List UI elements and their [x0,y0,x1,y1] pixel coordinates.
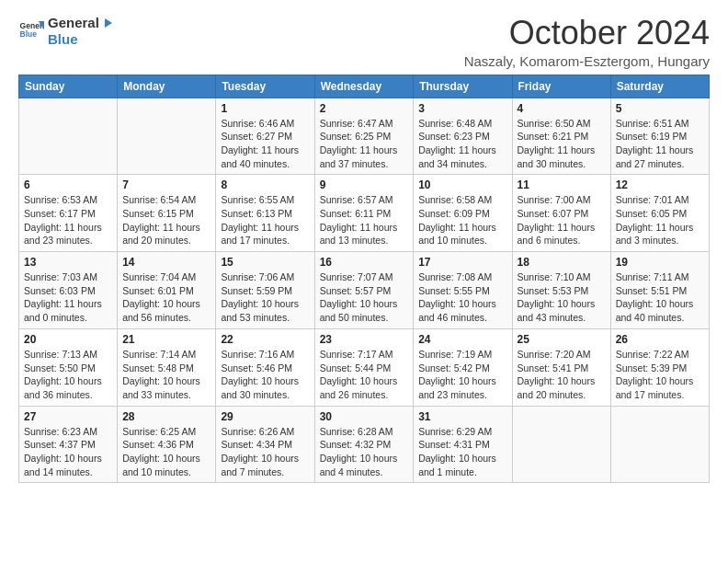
day-number: 10 [418,178,506,191]
header-tuesday: Tuesday [216,75,314,98]
day-detail: Sunrise: 6:23 AMSunset: 4:37 PMDaylight:… [24,425,112,479]
calendar-cell: 18Sunrise: 7:10 AMSunset: 5:53 PMDayligh… [512,252,610,329]
header-friday: Friday [512,75,610,98]
calendar-cell [610,406,709,483]
calendar-table: SundayMondayTuesdayWednesdayThursdayFrid… [18,75,710,484]
week-row-4: 20Sunrise: 7:13 AMSunset: 5:50 PMDayligh… [19,328,710,406]
calendar-cell: 22Sunrise: 7:16 AMSunset: 5:46 PMDayligh… [216,328,314,406]
calendar-cell: 2Sunrise: 6:47 AMSunset: 6:25 PMDaylight… [314,98,414,175]
day-detail: Sunrise: 6:25 AMSunset: 4:36 PMDaylight:… [122,425,210,479]
day-detail: Sunrise: 7:10 AMSunset: 5:53 PMDaylight:… [518,270,606,325]
header-saturday: Saturday [610,75,709,98]
day-detail: Sunrise: 7:01 AMSunset: 6:05 PMDaylight:… [616,193,704,247]
day-detail: Sunrise: 6:47 AMSunset: 6:25 PMDaylight:… [320,117,409,171]
calendar-cell: 7Sunrise: 6:54 AMSunset: 6:15 PMDaylight… [118,175,216,252]
calendar-cell: 13Sunrise: 7:03 AMSunset: 6:03 PMDayligh… [19,252,118,329]
day-detail: Sunrise: 6:28 AMSunset: 4:32 PMDaylight:… [320,425,409,479]
calendar-cell: 28Sunrise: 6:25 AMSunset: 4:36 PMDayligh… [118,406,216,483]
calendar-cell: 11Sunrise: 7:00 AMSunset: 6:07 PMDayligh… [512,175,610,252]
calendar-cell: 21Sunrise: 7:14 AMSunset: 5:48 PMDayligh… [118,328,216,406]
calendar-cell: 16Sunrise: 7:07 AMSunset: 5:57 PMDayligh… [314,252,414,329]
day-detail: Sunrise: 6:46 AMSunset: 6:27 PMDaylight:… [221,117,309,171]
calendar-cell: 1Sunrise: 6:46 AMSunset: 6:27 PMDaylight… [216,98,314,175]
page-header: General Blue General Blue October 2024 N… [18,15,710,69]
header-thursday: Thursday [414,75,512,98]
day-detail: Sunrise: 7:20 AMSunset: 5:41 PMDaylight:… [518,348,606,402]
day-number: 21 [122,333,210,346]
logo-chevron-icon [101,17,114,29]
day-number: 9 [320,178,409,191]
day-number: 5 [616,102,704,115]
day-detail: Sunrise: 6:26 AMSunset: 4:34 PMDaylight:… [221,425,309,479]
location: Naszaly, Komarom-Esztergom, Hungary [464,53,710,69]
calendar-cell: 15Sunrise: 7:06 AMSunset: 5:59 PMDayligh… [216,252,314,329]
svg-text:Blue: Blue [20,29,38,39]
day-number: 2 [320,102,409,115]
logo-icon: General Blue [18,18,44,44]
calendar-cell: 24Sunrise: 7:19 AMSunset: 5:42 PMDayligh… [414,328,512,406]
calendar-header-row: SundayMondayTuesdayWednesdayThursdayFrid… [19,75,710,98]
day-number: 28 [122,410,210,423]
day-detail: Sunrise: 7:00 AMSunset: 6:07 PMDaylight:… [518,193,606,247]
day-number: 29 [221,410,309,423]
calendar-cell: 31Sunrise: 6:29 AMSunset: 4:31 PMDayligh… [414,406,512,483]
day-number: 6 [24,178,112,191]
calendar-cell: 3Sunrise: 6:48 AMSunset: 6:23 PMDaylight… [414,98,512,175]
day-detail: Sunrise: 6:58 AMSunset: 6:09 PMDaylight:… [418,193,506,247]
calendar-cell: 14Sunrise: 7:04 AMSunset: 6:01 PMDayligh… [118,252,216,329]
day-detail: Sunrise: 7:14 AMSunset: 5:48 PMDaylight:… [122,348,210,402]
month-title: October 2024 [464,15,710,52]
day-number: 7 [122,178,210,191]
day-number: 24 [418,333,506,346]
calendar-cell: 8Sunrise: 6:55 AMSunset: 6:13 PMDaylight… [216,175,314,252]
week-row-1: 1Sunrise: 6:46 AMSunset: 6:27 PMDaylight… [19,98,710,175]
day-detail: Sunrise: 6:54 AMSunset: 6:15 PMDaylight:… [122,193,210,247]
day-number: 26 [616,333,704,346]
logo-blue: Blue [48,31,114,48]
day-number: 14 [122,256,210,269]
day-number: 22 [221,333,309,346]
day-detail: Sunrise: 7:16 AMSunset: 5:46 PMDaylight:… [221,348,309,402]
calendar-cell: 29Sunrise: 6:26 AMSunset: 4:34 PMDayligh… [216,406,314,483]
logo-general: General [48,15,99,31]
day-number: 31 [418,410,506,423]
calendar-cell: 23Sunrise: 7:17 AMSunset: 5:44 PMDayligh… [314,328,414,406]
logo: General Blue General Blue [18,15,114,48]
week-row-5: 27Sunrise: 6:23 AMSunset: 4:37 PMDayligh… [19,406,710,483]
calendar-cell: 6Sunrise: 6:53 AMSunset: 6:17 PMDaylight… [19,175,118,252]
day-detail: Sunrise: 7:19 AMSunset: 5:42 PMDaylight:… [418,348,506,402]
day-number: 19 [616,256,704,269]
day-number: 12 [616,178,704,191]
calendar-cell: 30Sunrise: 6:28 AMSunset: 4:32 PMDayligh… [314,406,414,483]
day-number: 20 [24,333,112,346]
week-row-3: 13Sunrise: 7:03 AMSunset: 6:03 PMDayligh… [19,252,710,329]
day-number: 4 [518,102,606,115]
day-number: 16 [320,256,409,269]
day-number: 13 [24,256,112,269]
day-number: 15 [221,256,309,269]
calendar-cell: 12Sunrise: 7:01 AMSunset: 6:05 PMDayligh… [610,175,709,252]
day-number: 27 [24,410,112,423]
calendar-cell: 5Sunrise: 6:51 AMSunset: 6:19 PMDaylight… [610,98,709,175]
day-detail: Sunrise: 7:17 AMSunset: 5:44 PMDaylight:… [320,348,409,402]
calendar-cell: 4Sunrise: 6:50 AMSunset: 6:21 PMDaylight… [512,98,610,175]
calendar-cell: 17Sunrise: 7:08 AMSunset: 5:55 PMDayligh… [414,252,512,329]
svg-marker-4 [105,18,112,28]
day-detail: Sunrise: 7:04 AMSunset: 6:01 PMDaylight:… [122,270,210,325]
calendar-cell [118,98,216,175]
calendar-cell: 25Sunrise: 7:20 AMSunset: 5:41 PMDayligh… [512,328,610,406]
day-detail: Sunrise: 6:29 AMSunset: 4:31 PMDaylight:… [418,425,506,479]
day-detail: Sunrise: 6:57 AMSunset: 6:11 PMDaylight:… [320,193,409,247]
day-detail: Sunrise: 6:51 AMSunset: 6:19 PMDaylight:… [616,117,704,171]
calendar-cell: 10Sunrise: 6:58 AMSunset: 6:09 PMDayligh… [414,175,512,252]
day-detail: Sunrise: 7:03 AMSunset: 6:03 PMDaylight:… [24,270,112,325]
day-detail: Sunrise: 6:48 AMSunset: 6:23 PMDaylight:… [418,117,506,171]
header-monday: Monday [118,75,216,98]
calendar-cell: 26Sunrise: 7:22 AMSunset: 5:39 PMDayligh… [610,328,709,406]
day-detail: Sunrise: 7:11 AMSunset: 5:51 PMDaylight:… [616,270,704,325]
day-detail: Sunrise: 7:06 AMSunset: 5:59 PMDaylight:… [221,270,309,325]
day-number: 11 [518,178,606,191]
day-number: 25 [518,333,606,346]
week-row-2: 6Sunrise: 6:53 AMSunset: 6:17 PMDaylight… [19,175,710,252]
day-number: 1 [221,102,309,115]
